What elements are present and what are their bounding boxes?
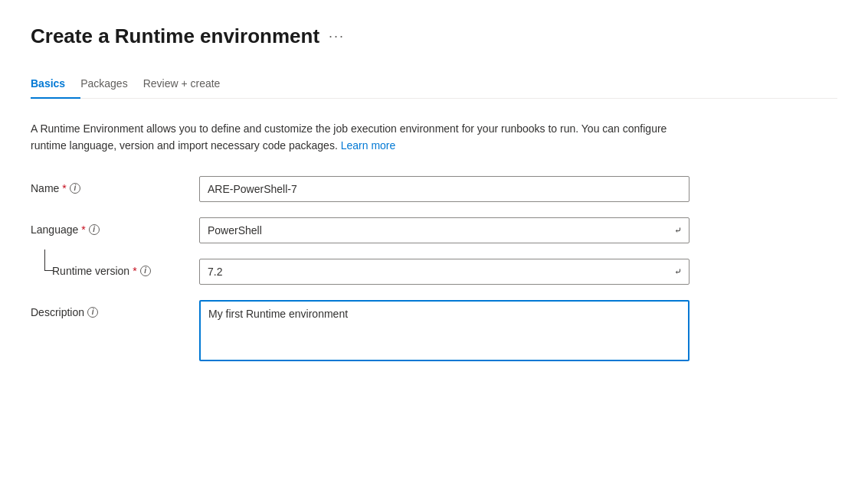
intro-description: A Runtime Environment allows you to defi… xyxy=(31,120,689,155)
description-input-col xyxy=(199,300,689,364)
language-select[interactable]: PowerShell Python xyxy=(199,217,689,243)
runtime-version-label-col: Runtime version * i xyxy=(31,259,199,277)
description-label: Description xyxy=(31,306,84,318)
language-label-col: Language * i xyxy=(31,217,199,236)
name-input[interactable] xyxy=(199,176,689,202)
learn-more-link[interactable]: Learn more xyxy=(341,139,396,152)
description-field-row: Description i xyxy=(31,300,689,364)
description-label-col: Description i xyxy=(31,300,199,318)
runtime-version-field-row: Runtime version * i 7.2 5.1 ⤶ xyxy=(31,259,689,285)
tab-review-create[interactable]: Review + create xyxy=(143,70,236,99)
name-info-icon[interactable]: i xyxy=(70,183,80,194)
name-required-star: * xyxy=(62,182,66,194)
runtime-version-input-col: 7.2 5.1 ⤶ xyxy=(199,259,689,285)
description-info-icon[interactable]: i xyxy=(87,307,98,318)
tab-bar: Basics Packages Review + create xyxy=(31,70,837,99)
language-input-col: PowerShell Python ⤶ xyxy=(199,217,689,243)
language-field-row: Language * i PowerShell Python ⤶ xyxy=(31,217,689,243)
runtime-version-select[interactable]: 7.2 5.1 xyxy=(199,259,689,285)
name-label-col: Name * i xyxy=(31,176,199,194)
runtime-version-info-icon[interactable]: i xyxy=(140,266,151,276)
name-field-row: Name * i xyxy=(31,176,689,202)
description-textarea[interactable] xyxy=(199,300,689,361)
page-title-area: Create a Runtime environment ··· xyxy=(31,24,837,48)
language-required-star: * xyxy=(81,223,85,236)
runtime-version-required-star: * xyxy=(133,265,136,277)
form: Name * i Language * i PowerShell Python … xyxy=(31,176,689,364)
runtime-version-select-wrapper: 7.2 5.1 ⤶ xyxy=(199,259,689,285)
name-input-col xyxy=(199,176,689,202)
page-title: Create a Runtime environment xyxy=(31,24,319,48)
more-options-icon[interactable]: ··· xyxy=(329,28,345,44)
tab-basics[interactable]: Basics xyxy=(31,70,80,99)
language-select-wrapper: PowerShell Python ⤶ xyxy=(199,217,689,243)
tab-packages[interactable]: Packages xyxy=(80,70,142,99)
name-label: Name xyxy=(31,182,59,194)
connector-line xyxy=(44,250,54,271)
language-label: Language xyxy=(31,223,78,236)
language-info-icon[interactable]: i xyxy=(89,224,100,235)
